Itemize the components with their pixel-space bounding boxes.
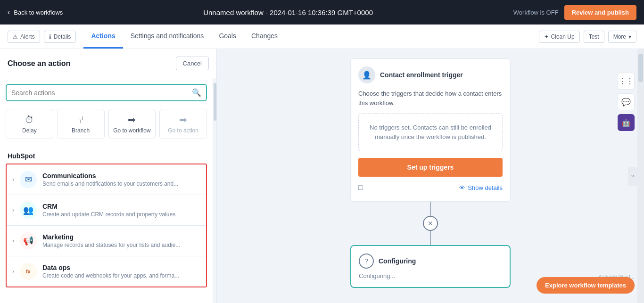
goto-action-icon: ➡ (179, 114, 187, 125)
tab-settings[interactable]: Settings and notifications (123, 25, 212, 49)
quick-actions: ⏱ Delay ⑂ Branch ➡ Go to workflow ➡ Go t… (6, 109, 207, 139)
trigger-card: 👤 Contact enrollment trigger Choose the … (350, 58, 511, 202)
back-label: Back to workflows (14, 9, 63, 16)
setup-triggers-button[interactable]: Set up triggers (358, 158, 503, 177)
contact-avatar-icon: 👤 (358, 66, 375, 83)
more-button[interactable]: More ▾ (608, 31, 636, 43)
explore-templates-button[interactable]: Explore workflow templates (537, 277, 635, 294)
add-action-node[interactable]: ✕ (423, 216, 438, 231)
comm-text: Communications Send emails and notificat… (42, 172, 200, 187)
scroll-thumb (214, 83, 216, 121)
branch-icon: ⑂ (78, 115, 83, 125)
comm-chevron-icon: › (12, 176, 14, 183)
canvas-scroll-thumb (638, 54, 643, 82)
delay-action[interactable]: ⏱ Delay (6, 109, 53, 139)
communications-item[interactable]: › ✉ Communications Send emails and notif… (7, 164, 206, 195)
cancel-button[interactable]: Cancel (176, 57, 209, 70)
connector-line (430, 202, 431, 216)
trigger-title: Contact enrollment trigger (380, 71, 463, 79)
mkt-icon: 📢 (20, 232, 37, 249)
crm-item[interactable]: › 👥 CRM Create and update CRM records an… (7, 195, 206, 226)
canvas-area: 👤 Contact enrollment trigger Choose the … (217, 49, 644, 303)
alert-icon: ⚠ (13, 33, 18, 40)
top-header: ‹ Back to workflows Unnamed workflow - 2… (0, 0, 644, 25)
tab-changes[interactable]: Changes (244, 25, 285, 49)
back-arrow-icon: ‹ (8, 8, 10, 16)
left-panel-body: 🔍 ⏱ Delay ⑂ Branch ➡ Go to workflow (0, 78, 216, 303)
delay-icon: ⏱ (25, 115, 34, 125)
marketing-item[interactable]: › 📢 Marketing Manage records and statuse… (7, 226, 206, 256)
connector-line-2 (430, 231, 431, 245)
details-button[interactable]: ℹ Details (44, 31, 76, 43)
hubspot-section-label: HubSpot (6, 148, 207, 164)
dataops-text: Data ops Create code and webhooks for yo… (42, 264, 200, 279)
crm-icon: 👥 (20, 202, 37, 219)
nav-tabs: Actions Settings and notifications Goals… (83, 25, 538, 49)
canvas-scrollbar[interactable] (637, 49, 644, 303)
left-panel-scroll: 🔍 ⏱ Delay ⑂ Branch ➡ Go to workflow (0, 78, 213, 303)
mkt-text: Marketing Manage records and statuses fo… (42, 233, 200, 248)
grid-view-icon[interactable]: ⋮⋮ (618, 73, 635, 90)
search-icon: 🔍 (192, 88, 201, 97)
workflow-status: Workflow is OFF (513, 9, 559, 16)
mkt-chevron-icon: › (12, 237, 14, 244)
robot-icon[interactable]: 🤖 (618, 114, 635, 131)
workflow-title: Unnamed workflow - 2024-01-16 10:36:39 G… (203, 8, 373, 16)
choose-action-title: Choose an action (8, 59, 70, 68)
info-icon: ℹ (49, 33, 51, 40)
test-button[interactable]: Test (584, 31, 604, 43)
back-to-workflows[interactable]: ‹ Back to workflows (8, 8, 63, 16)
main-content: Choose an action Cancel 🔍 ⏱ Delay ⑂ (0, 49, 644, 303)
trigger-header: 👤 Contact enrollment trigger (358, 66, 503, 83)
dataops-item[interactable]: › fx Data ops Create code and webhooks f… (7, 256, 206, 287)
left-panel-header: Choose an action Cancel (0, 49, 216, 78)
workflow-canvas: 👤 Contact enrollment trigger Choose the … (217, 49, 644, 297)
trigger-empty-box: No triggers set. Contacts can still be e… (358, 113, 503, 151)
show-details-row: □ 👁 Show details (358, 181, 503, 194)
cleanup-icon: ✦ (544, 33, 549, 40)
header-right: Workflow is OFF Review and publish (513, 5, 636, 20)
left-panel: Choose an action Cancel 🔍 ⏱ Delay ⑂ (0, 49, 217, 303)
copy-icon[interactable]: □ (358, 183, 363, 192)
expand-panel-arrow[interactable]: ›› (628, 167, 637, 186)
trigger-desc: Choose the triggers that decide how a co… (358, 89, 503, 107)
nav-bar: ⚠ Alerts ℹ Details Actions Settings and … (0, 25, 644, 49)
action-items-container: › ✉ Communications Send emails and notif… (6, 164, 207, 287)
dataops-icon: fx (20, 263, 37, 280)
search-box[interactable]: 🔍 (6, 84, 207, 101)
config-title: Configuring (379, 257, 416, 265)
review-publish-button[interactable]: Review and publish (564, 5, 636, 20)
goto-workflow-icon: ➡ (128, 114, 136, 125)
cleanup-button[interactable]: ✦ Clean Up (539, 31, 580, 43)
crm-chevron-icon: › (12, 207, 14, 213)
eye-icon: 👁 (459, 184, 465, 191)
config-header: ? Configuring (359, 254, 502, 269)
dataops-chevron-icon: › (12, 268, 14, 275)
branch-action[interactable]: ⑂ Branch (57, 109, 105, 139)
config-question-icon: ? (359, 254, 374, 269)
crm-text: CRM Create and update CRM records and pr… (42, 203, 200, 218)
show-details-button[interactable]: 👁 Show details (459, 184, 503, 191)
tab-goals[interactable]: Goals (211, 25, 244, 49)
search-input[interactable] (11, 89, 192, 97)
config-subtitle: Configuring... (359, 272, 502, 279)
config-card: ? Configuring Configuring... (350, 245, 511, 288)
nav-left-buttons: ⚠ Alerts ℹ Details (8, 31, 76, 43)
nav-right-buttons: ✦ Clean Up Test More ▾ (539, 31, 636, 43)
goto-action-action: ➡ Go to action (159, 109, 207, 139)
tab-actions[interactable]: Actions (83, 25, 123, 49)
right-panel-icons: ⋮⋮ 💬 🤖 (618, 73, 635, 131)
chevron-down-icon: ▾ (628, 33, 631, 40)
comm-icon: ✉ (20, 171, 37, 188)
comment-icon[interactable]: 💬 (618, 93, 635, 110)
goto-workflow-action[interactable]: ➡ Go to workflow (108, 109, 156, 139)
alerts-button[interactable]: ⚠ Alerts (8, 31, 40, 43)
left-panel-scrollbar[interactable] (213, 78, 216, 303)
